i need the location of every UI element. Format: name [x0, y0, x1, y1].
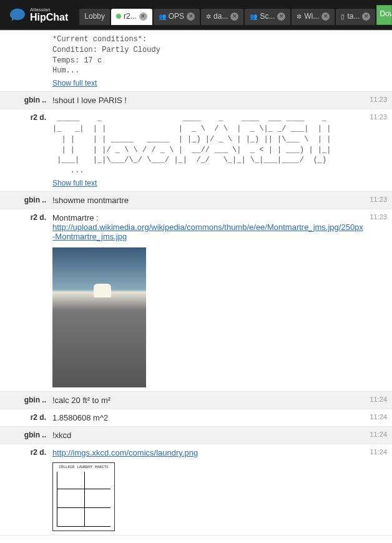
- tab-label: Wi...: [304, 12, 319, 21]
- people-icon: 👥: [159, 13, 166, 20]
- message-body: 1.8580608 m^2: [52, 413, 365, 422]
- attached-image[interactable]: [52, 247, 146, 387]
- main-area: *Current conditions*: Condition: Partly …: [0, 30, 392, 543]
- message-sender: gbin ..: [5, 96, 52, 105]
- show-full-text-link[interactable]: Show full text: [52, 79, 97, 87]
- download-button[interactable]: Downlo: [376, 5, 392, 25]
- message-row: gbin ..!xkcd11:24: [0, 427, 392, 444]
- message-row: r2 d.1.8580608 m^211:24: [0, 409, 392, 427]
- message-timestamp: 11:23: [365, 196, 387, 205]
- status-dot-icon: [116, 14, 121, 19]
- message-sender: r2 d.: [5, 113, 52, 187]
- message-body: _____ _ ____ _ ____ ___ ____ _ |_ _| | |…: [52, 113, 365, 187]
- image-url-link[interactable]: http://upload.wikimedia.org/wikipedia/co…: [52, 222, 363, 241]
- people-icon: 👥: [250, 13, 257, 20]
- message-sender: r2 d.: [5, 213, 52, 387]
- message-sender: [5, 34, 52, 87]
- tab-label: Sc...: [260, 12, 275, 21]
- close-icon[interactable]: ✕: [139, 12, 147, 21]
- message-timestamp: 11:24: [365, 448, 387, 531]
- message-body: !calc 20 ft² to m²: [52, 396, 365, 405]
- message-timestamp: 11:24: [365, 413, 387, 422]
- message-sender: r2 d.: [5, 413, 52, 422]
- message-row: gbin ..!showme montmartre11:23: [0, 192, 392, 209]
- message-row: *Current conditions*: Condition: Partly …: [0, 31, 392, 92]
- message-timestamp: 11:23: [365, 96, 387, 105]
- hipchat-icon: [9, 7, 26, 22]
- tab-lobby[interactable]: Lobby: [79, 9, 110, 25]
- message-body: Montmartre : http://upload.wikimedia.org…: [52, 213, 365, 387]
- tab-ops[interactable]: 👥OPS✕: [154, 9, 200, 25]
- message-timestamp: [382, 34, 387, 87]
- message-row: gbin ..!shout I love PARIS !11:23: [0, 92, 392, 109]
- tab-label: da...: [213, 12, 228, 21]
- message-body: !xkcd: [52, 431, 365, 440]
- tab-label: OPS: [169, 12, 184, 21]
- close-icon[interactable]: ✕: [362, 12, 370, 21]
- message-row: r2 d.http://imgs.xkcd.com/comics/laundry…: [0, 444, 392, 536]
- tab-da[interactable]: ✲da...✕: [201, 9, 243, 25]
- message-timestamp: 11:23: [365, 213, 387, 387]
- close-icon[interactable]: ✕: [277, 12, 285, 21]
- close-icon[interactable]: ✕: [187, 12, 195, 21]
- tab-label: Lobby: [84, 12, 105, 21]
- message-row: r2 d. _____ _ ____ _ ____ ___ ____ _ |_ …: [0, 109, 392, 192]
- image-url-link[interactable]: http://imgs.xkcd.com/comics/laundry.png: [52, 448, 198, 457]
- app-header: Atlassian HipChat Lobbyr2...✕👥OPS✕✲da...…: [0, 0, 392, 30]
- gear-icon: ✲: [296, 13, 301, 20]
- tab-ta[interactable]: ▯ta...✕: [336, 9, 375, 25]
- message-row: r2 d.Montmartre : http://upload.wikimedi…: [0, 209, 392, 392]
- close-icon[interactable]: ✕: [321, 12, 330, 21]
- message-body: !showme montmartre: [52, 196, 365, 205]
- message-body: *Current conditions*: Condition: Partly …: [52, 34, 382, 87]
- tab-label: r2...: [124, 12, 137, 21]
- message-sender: gbin ..: [5, 396, 52, 405]
- message-sender: gbin ..: [5, 431, 52, 440]
- preformatted-text: _____ _ ____ _ ____ ___ ____ _ |_ _| | |…: [52, 113, 365, 176]
- message-body: !shout I love PARIS !: [52, 96, 365, 105]
- gear-icon: ✲: [206, 13, 211, 20]
- message-timestamp: 11:24: [365, 396, 387, 405]
- attached-image[interactable]: [52, 462, 115, 531]
- message-sender: gbin ..: [5, 196, 52, 205]
- message-timestamp: 11:24: [365, 431, 387, 440]
- brand-logo: Atlassian HipChat: [0, 7, 77, 22]
- message-row: gbin ..!calc 20 ft² to m²11:24: [0, 392, 392, 409]
- show-full-text-link[interactable]: Show full text: [52, 179, 97, 187]
- message-prefix: Montmartre :: [52, 213, 99, 222]
- message-sender: r2 d.: [5, 448, 52, 531]
- tab-sc[interactable]: 👥Sc...✕: [245, 9, 290, 25]
- message-timestamp: 11:23: [365, 113, 387, 187]
- preformatted-text: *Current conditions*: Condition: Partly …: [52, 34, 382, 76]
- tab-label: ta...: [347, 12, 360, 21]
- close-icon[interactable]: ✕: [230, 12, 238, 21]
- mobile-icon: ▯: [341, 13, 345, 20]
- message-body: http://imgs.xkcd.com/comics/laundry.png: [52, 448, 365, 531]
- brand-name: HipChat: [30, 12, 68, 22]
- message-list[interactable]: *Current conditions*: Condition: Partly …: [0, 31, 392, 543]
- tab-bar: Lobbyr2...✕👥OPS✕✲da...✕👥Sc...✕✲Wi...✕▯ta…: [79, 5, 376, 25]
- tab-wi[interactable]: ✲Wi...✕: [292, 9, 335, 25]
- tab-r2[interactable]: r2...✕: [111, 9, 152, 25]
